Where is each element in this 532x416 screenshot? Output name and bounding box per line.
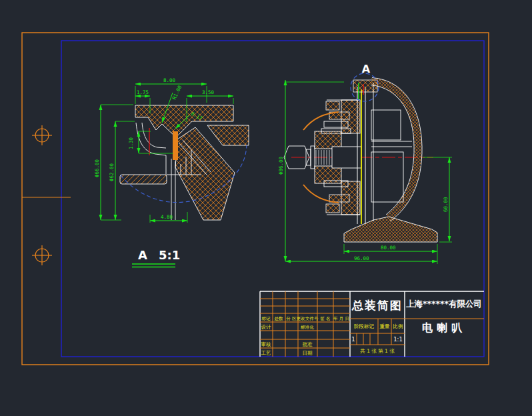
stage-row: 阶段标记 重量 比例 1 1:1 共 1 张 第 1 张 <box>351 323 403 354</box>
company-name: 上海******有限公司 <box>406 299 482 309</box>
detail-view-a: 8.00 1.75 3.50 R1.00 0.17 Φ66.00 Φ62.00 … <box>94 77 249 267</box>
label-design: 设计 <box>261 324 272 330</box>
sheet-info: 共 1 张 第 1 张 <box>360 348 395 354</box>
main-section-view: A Φ86.00 60.00 80.00 96.00 <box>278 63 452 264</box>
th-doc-no: 更改文件号 <box>297 316 319 321</box>
horn-channel-lower <box>371 152 403 202</box>
title-block: 标记 处数 分 区 更改文件号 签 名 年 月 日 设计 标准化 审核 批准 工… <box>260 291 484 357</box>
detail-flange-section <box>120 175 167 184</box>
value-scale: 1:1 <box>393 336 403 343</box>
label-date: 日期 <box>303 350 313 356</box>
th-date: 年 月 日 <box>333 316 349 321</box>
contact-terminal-top <box>326 101 339 110</box>
dim-60-00: 60.00 <box>443 197 449 212</box>
label-standardize: 标准化 <box>300 325 314 330</box>
th-signature: 签 名 <box>320 316 330 321</box>
cad-drawing: 8.00 1.75 3.50 R1.00 0.17 Φ66.00 Φ62.00 … <box>0 0 532 416</box>
label-approve: 批准 <box>303 341 313 347</box>
coil-bobbin-top <box>315 131 341 149</box>
label-process: 工艺 <box>261 350 272 356</box>
detail-label-letter: A <box>138 248 147 262</box>
contact-terminal-bottom <box>326 204 339 213</box>
dim-80-00: 80.00 <box>381 245 396 251</box>
dim-dia-86: Φ86.00 <box>278 156 284 175</box>
dim-8-00: 8.00 <box>163 77 176 83</box>
outer-border <box>22 33 489 365</box>
dim-dia-62: Φ62.00 <box>109 163 115 181</box>
bell-foot-section <box>344 217 437 242</box>
label-audit: 审核 <box>261 341 272 347</box>
detail-right-step-section <box>207 125 249 145</box>
detail-marker-a: A <box>362 63 371 75</box>
detail-label-scale: 5:1 <box>159 248 180 262</box>
dim-1-75: 1.75 <box>137 89 149 95</box>
sheet-frame <box>22 33 489 365</box>
dim-3-50: 3.50 <box>202 89 215 95</box>
th-zone: 分 区 <box>286 316 297 321</box>
detail-view-label: A 5:1 <box>132 248 180 267</box>
revision-header-row: 标记 处数 分 区 更改文件号 签 名 年 月 日 <box>261 316 349 321</box>
dim-dia-66: Φ66.00 <box>94 159 100 177</box>
dim-r1-00: R1.00 <box>171 84 183 101</box>
th-count: 处数 <box>274 316 283 321</box>
drawing-title: 总装简图 <box>351 299 403 312</box>
armature-shaft <box>332 147 361 168</box>
label-weight: 重量 <box>380 323 391 329</box>
dim-1-30: 1.30 <box>128 137 134 149</box>
label-scale: 比例 <box>393 323 403 329</box>
registration-mark-bottom <box>32 245 52 265</box>
horn-channel-upper <box>371 110 401 140</box>
cad-drawing-canvas: 8.00 1.75 3.50 R1.00 0.17 Φ66.00 Φ62.00 … <box>0 0 532 416</box>
label-stage-mark: 阶段标记 <box>354 323 375 329</box>
registration-mark-top <box>32 125 52 145</box>
product-name: 电喇叭 <box>422 321 466 334</box>
th-mark: 标记 <box>261 316 271 321</box>
value-stage: 1 <box>351 336 355 343</box>
dim-96-00: 96.00 <box>354 255 369 261</box>
detail-coil-bar <box>173 131 178 160</box>
dim-4-80: 4.80 <box>161 214 173 220</box>
